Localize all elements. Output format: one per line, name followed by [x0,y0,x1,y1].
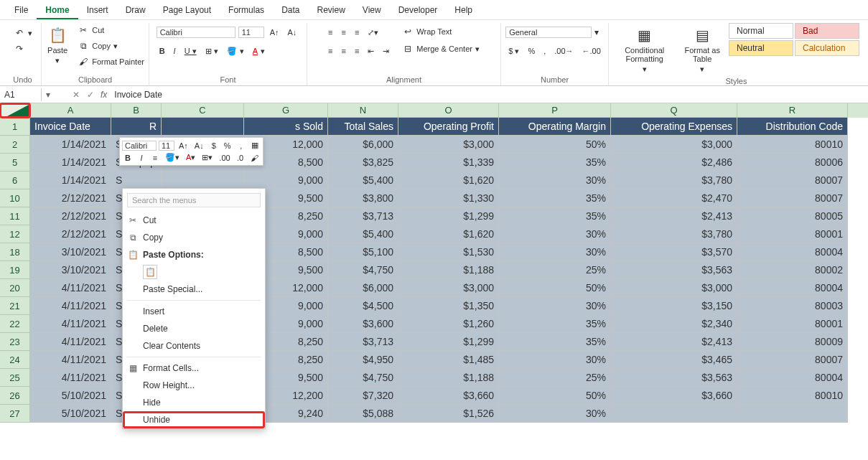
row-header[interactable]: 25 [0,369,30,387]
row-header[interactable]: 21 [0,297,30,315]
cell[interactable]: 80004 [737,243,848,261]
cell[interactable]: $3,780 [611,172,737,189]
decrease-decimal-button[interactable]: ←.00 [579,45,604,57]
menu-formulas[interactable]: Formulas [220,2,273,19]
cell[interactable]: $5,088 [328,405,398,423]
ctx-paste-default[interactable]: 📋 [143,265,157,279]
cell[interactable]: 25% [499,369,611,387]
cell[interactable]: $4,950 [328,351,398,369]
header-cell[interactable]: Operating Profit [398,118,499,136]
row-header[interactable]: 11 [0,207,30,225]
percent-button[interactable]: % [525,45,538,57]
style-bad[interactable]: Bad [795,23,859,39]
cell[interactable]: 80001 [737,225,848,243]
cell[interactable]: 35% [499,315,611,333]
menu-view[interactable]: View [354,2,390,19]
cell[interactable]: 80007 [737,172,848,189]
cancel-formula-button[interactable]: ✕ [69,90,83,100]
fx-icon[interactable]: fx [98,90,110,100]
increase-font-button[interactable]: A↑ [267,27,282,38]
cell[interactable]: $2,413 [611,207,737,225]
cell[interactable]: $3,713 [328,333,398,351]
row-header[interactable]: 6 [0,172,30,189]
row-header[interactable]: 24 [0,351,30,369]
menu-review[interactable]: Review [308,2,353,19]
mini-dec-decimal[interactable]: .0 [235,153,246,163]
bold-button[interactable]: B [157,45,168,57]
cell[interactable]: 1/14/2021 [30,172,111,189]
row-header[interactable]: 19 [0,261,30,279]
cell[interactable]: $1,188 [398,261,499,279]
header-cell[interactable]: Total Sales [328,118,398,136]
ctx-format-cells[interactable]: ▦Format Cells... [123,360,265,377]
mini-align[interactable]: ≡ [149,153,161,163]
cut-button[interactable]: ✂Cut [75,23,147,37]
mini-decrease-font[interactable]: A↓ [192,141,206,151]
row-header[interactable]: 26 [0,387,30,405]
mini-font-name[interactable]: Calibri [122,141,157,151]
row-header[interactable]: 22 [0,315,30,333]
cell[interactable]: $3,780 [611,225,737,243]
cell[interactable]: $3,660 [398,387,499,405]
decrease-indent-button[interactable]: ⇤ [365,45,377,57]
cell[interactable]: 80010 [737,136,848,154]
menu-file[interactable]: File [6,2,37,19]
paste-button[interactable]: 📋 Paste▾ [43,23,72,68]
mini-percent[interactable]: % [222,141,233,151]
header-cell[interactable] [162,118,244,136]
merge-center-button[interactable]: ⊟Merge & Center ▾ [399,42,482,56]
row-header[interactable]: 1 [0,118,30,136]
col-header-C[interactable]: C [162,103,244,118]
cell[interactable]: $4,750 [328,261,398,279]
cell[interactable]: $6,000 [328,136,398,154]
ctx-search-input[interactable]: Search the menus [127,193,261,207]
format-as-table-button[interactable]: ▤Format as Table▾ [678,23,726,77]
cell[interactable]: 80002 [737,261,848,279]
copy-button[interactable]: ⧉Copy ▾ [75,39,147,53]
align-top-button[interactable]: ≡ [325,27,335,38]
cell[interactable] [737,405,848,423]
cell[interactable]: 80003 [737,297,848,315]
increase-indent-button[interactable]: ⇥ [380,45,392,57]
cell[interactable]: 5/10/2021 [30,387,111,405]
cell[interactable]: $3,800 [328,189,398,207]
name-box[interactable]: A1 [0,88,42,101]
cell[interactable]: $6,000 [328,279,398,297]
cell[interactable]: 3/10/2021 [30,261,111,279]
col-header-N[interactable]: N [328,103,398,118]
ctx-cut[interactable]: ✂Cut [123,212,265,229]
mini-italic[interactable]: I [136,153,147,163]
font-color-button[interactable]: A▾ [250,45,268,57]
mini-increase-font[interactable]: A↑ [177,141,190,151]
col-header-Q[interactable]: Q [611,103,737,118]
cell[interactable]: 4/11/2021 [30,315,111,333]
ctx-row-height[interactable]: Row Height... [123,377,265,394]
header-cell[interactable]: Invoice Date [30,118,111,136]
cell[interactable]: $3,570 [611,243,737,261]
cell[interactable]: $3,563 [611,261,737,279]
ctx-clear-contents[interactable]: Clear Contents [123,337,265,355]
mini-borders[interactable]: ⊞▾ [200,152,215,163]
format-painter-button[interactable]: 🖌Format Painter [75,55,147,69]
enter-formula-button[interactable]: ✓ [83,90,98,100]
cell[interactable]: 50% [499,136,611,154]
cell[interactable]: 35% [499,154,611,172]
mini-comma[interactable]: , [235,141,247,151]
cell[interactable]: $3,660 [611,387,737,405]
cell[interactable]: $5,400 [328,172,398,189]
cell[interactable]: 50% [499,279,611,297]
cell[interactable]: $2,413 [611,333,737,351]
menu-help[interactable]: Help [446,2,481,19]
ctx-unhide[interactable]: Unhide [123,411,265,428]
cell[interactable]: $1,339 [398,154,499,172]
cell[interactable]: 30% [499,225,611,243]
cell[interactable]: $3,000 [398,136,499,154]
mini-inc-decimal[interactable]: .00 [217,153,232,163]
fill-color-button[interactable]: 🪣▾ [224,45,247,57]
row-header[interactable]: 2 [0,136,30,154]
cell[interactable] [611,405,737,423]
cell[interactable]: $3,000 [398,279,499,297]
style-normal[interactable]: Normal [729,23,793,39]
cell[interactable]: $3,000 [611,136,737,154]
cell[interactable]: 30% [499,172,611,189]
